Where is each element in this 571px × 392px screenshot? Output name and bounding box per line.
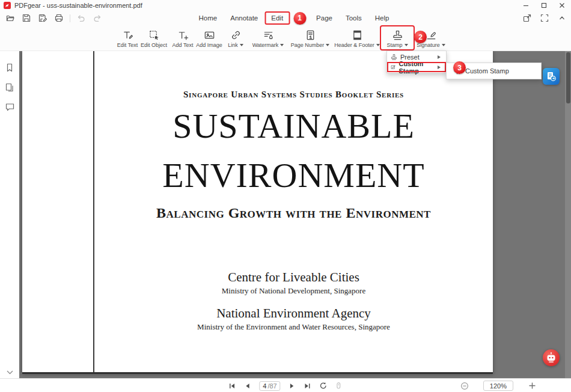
convert-icon bbox=[546, 71, 557, 82]
stamp-menu-custom-stamp[interactable]: Custom Stamp bbox=[387, 62, 446, 72]
menu-edit[interactable]: Edit bbox=[264, 11, 290, 25]
folder-open-icon bbox=[6, 14, 14, 22]
share-button[interactable] bbox=[522, 13, 533, 23]
header-footer-button[interactable]: Header & Footer bbox=[334, 25, 380, 51]
next-page-button[interactable] bbox=[288, 381, 296, 391]
document-viewer: Singapore Urban Systems Studies Booklet … bbox=[0, 51, 571, 378]
edit-ribbon: Edit Text Edit Object Add Text Add Image… bbox=[0, 25, 571, 51]
zoom-in-button[interactable] bbox=[528, 381, 536, 391]
pdf-page: Singapore Urban Systems Studies Booklet … bbox=[22, 51, 493, 374]
step-3-badge: 3 bbox=[453, 61, 466, 74]
org2-dept: Ministry of the Environment and Water Re… bbox=[94, 322, 493, 332]
cover-content: Singapore Urban Systems Studies Booklet … bbox=[94, 51, 493, 374]
maximize-button[interactable] bbox=[535, 0, 553, 11]
total-pages: /87 bbox=[267, 382, 276, 390]
close-button[interactable] bbox=[553, 0, 571, 11]
thumbnails-panel-button[interactable] bbox=[4, 82, 15, 93]
add-text-button[interactable]: Add Text bbox=[168, 25, 197, 51]
zoom-level[interactable]: 120% bbox=[483, 381, 513, 391]
stamp-button[interactable]: Stamp bbox=[380, 25, 415, 51]
step-1-badge: 1 bbox=[293, 12, 306, 25]
menu-tools[interactable]: Tools bbox=[339, 11, 368, 25]
collapse-sidebar-button[interactable] bbox=[0, 370, 19, 375]
title-bar: PDFgear - uss-sustainable-environment.pd… bbox=[0, 0, 571, 11]
last-page-button[interactable] bbox=[304, 381, 312, 391]
prev-page-icon bbox=[244, 382, 251, 390]
watermark-icon bbox=[263, 29, 274, 41]
series-title: Singapore Urban Systems Studies Booklet … bbox=[94, 90, 493, 100]
org1-name: Centre for Liveable Cities bbox=[94, 270, 493, 285]
zoom-in-icon bbox=[528, 382, 536, 390]
menu-annotate[interactable]: Annotate bbox=[224, 11, 264, 25]
fullscreen-icon bbox=[540, 14, 549, 22]
first-page-icon bbox=[228, 382, 236, 390]
stamp-icon bbox=[392, 29, 403, 41]
bookmarks-panel-button[interactable] bbox=[4, 62, 15, 73]
header-footer-icon bbox=[352, 29, 363, 41]
comments-panel-button[interactable] bbox=[4, 102, 15, 112]
menu-row: Home Annotate Edit 1 Page Tools Help bbox=[0, 11, 571, 25]
add-text-icon bbox=[177, 29, 189, 41]
collapse-ribbon-button[interactable] bbox=[557, 13, 567, 23]
auto-scroll-icon bbox=[335, 382, 343, 390]
menu-home[interactable]: Home bbox=[192, 11, 224, 25]
ribbon-label: Watermark bbox=[252, 42, 279, 48]
first-page-button[interactable] bbox=[228, 381, 236, 391]
open-file-button[interactable] bbox=[5, 13, 16, 23]
save-as-icon bbox=[38, 14, 47, 22]
custom-stamp-icon bbox=[391, 64, 395, 70]
preset-stamp-icon bbox=[391, 54, 397, 60]
edit-object-icon bbox=[148, 29, 160, 41]
zoom-out-icon bbox=[460, 382, 469, 390]
app-logo bbox=[4, 2, 11, 9]
menu-item-label: Custom Stamp bbox=[398, 60, 435, 75]
edit-text-button[interactable]: Edit Text bbox=[115, 25, 139, 51]
minimize-button[interactable] bbox=[517, 0, 535, 11]
vertical-scrollbar[interactable] bbox=[565, 51, 571, 378]
page-number-input[interactable]: 4 /87 bbox=[259, 381, 280, 391]
link-icon bbox=[230, 29, 242, 41]
page-number-button[interactable]: Page Number bbox=[286, 25, 334, 51]
add-image-button[interactable]: Add Image bbox=[197, 25, 221, 51]
undo-button[interactable] bbox=[76, 13, 87, 23]
chevron-down-icon bbox=[6, 370, 14, 375]
edit-object-button[interactable]: Edit Object bbox=[139, 25, 168, 51]
menu-page[interactable]: Page bbox=[310, 11, 339, 25]
save-button[interactable] bbox=[21, 13, 32, 23]
print-button[interactable] bbox=[53, 13, 64, 23]
ribbon-label: Edit Text bbox=[117, 42, 138, 48]
scrollbar-thumb[interactable] bbox=[566, 52, 570, 103]
bookmark-icon bbox=[5, 63, 14, 72]
book-title-line1: SUSTAINABLE bbox=[94, 109, 493, 144]
book-subtitle: Balancing Growth with the Environment bbox=[94, 205, 493, 221]
org1-dept: Ministry of National Development, Singap… bbox=[94, 286, 493, 296]
rotate-page-button[interactable] bbox=[319, 381, 328, 391]
auto-scroll-button[interactable] bbox=[335, 381, 343, 391]
link-button[interactable]: Link bbox=[221, 25, 250, 51]
previous-page-button[interactable] bbox=[243, 381, 252, 391]
fullscreen-button[interactable] bbox=[539, 13, 550, 23]
floating-convert-button[interactable] bbox=[543, 68, 560, 85]
close-icon bbox=[559, 2, 565, 8]
menu-help[interactable]: Help bbox=[368, 11, 396, 25]
ribbon-label: Header & Footer bbox=[334, 42, 374, 48]
redo-button[interactable] bbox=[92, 13, 103, 23]
floating-assistant-button[interactable] bbox=[543, 349, 560, 366]
page-number-icon bbox=[305, 29, 316, 41]
main-menu: Home Annotate Edit 1 Page Tools Help bbox=[192, 11, 396, 25]
dropdown-caret-icon bbox=[405, 44, 408, 48]
zoom-out-button[interactable] bbox=[460, 381, 469, 391]
undo-icon bbox=[77, 14, 85, 22]
edit-text-icon bbox=[122, 29, 133, 41]
watermark-button[interactable]: Watermark bbox=[250, 25, 286, 51]
ribbon-label: Page Number bbox=[291, 42, 325, 48]
save-as-button[interactable] bbox=[37, 13, 48, 23]
dropdown-caret-icon bbox=[376, 44, 380, 48]
save-icon bbox=[22, 14, 31, 22]
left-sidebar bbox=[0, 51, 19, 378]
next-page-icon bbox=[289, 382, 296, 390]
rotate-icon bbox=[319, 382, 327, 390]
ribbon-label: Add Image bbox=[196, 42, 222, 48]
ribbon-label: Stamp bbox=[386, 42, 402, 48]
dropdown-caret-icon bbox=[442, 44, 445, 48]
